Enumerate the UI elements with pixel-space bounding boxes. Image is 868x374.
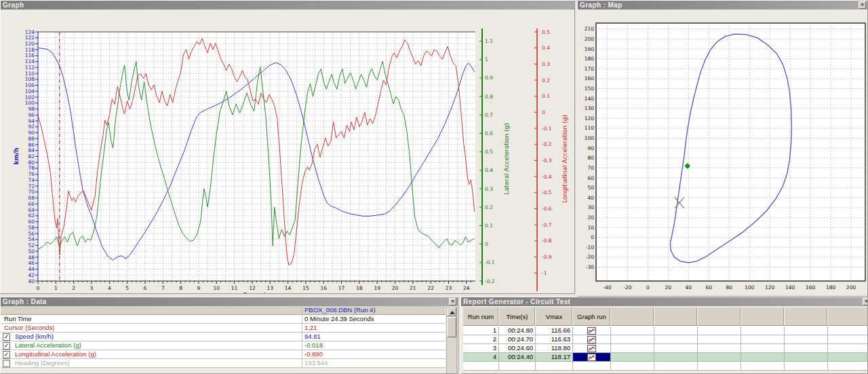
speed-tick-label: 80	[28, 160, 35, 166]
report-panel-titlebar[interactable]: Report Generator - Circuit Test	[461, 297, 867, 306]
checked-checkbox-icon[interactable]: ✓	[3, 351, 10, 358]
report-cell-empty[interactable]	[741, 362, 785, 371]
axis-tick-label: -0.2	[542, 141, 552, 147]
report-cell[interactable]	[741, 353, 785, 362]
graph-run-cell[interactable]	[573, 344, 611, 353]
axis-tick-label: 0.5	[542, 29, 550, 35]
x-tick-label: 15	[302, 285, 309, 291]
report-cell[interactable]: 116.63	[536, 335, 573, 344]
map-close-icon[interactable]	[859, 1, 866, 9]
graph-run-icon[interactable]	[587, 336, 596, 343]
report-panel-close-icon[interactable]	[863, 298, 868, 305]
data-panel-titlebar[interactable]: Graph : Data	[1, 297, 458, 306]
speed-tick-label: 64	[28, 207, 35, 213]
speed-tick-label: 60	[28, 219, 35, 225]
report-cell-empty[interactable]	[785, 362, 828, 371]
report-cell[interactable]	[611, 353, 654, 362]
graph-panel-titlebar[interactable]: Graph	[1, 1, 574, 10]
report-cell[interactable]	[785, 353, 828, 362]
map-y-tick-label: 10	[587, 225, 594, 231]
map-y-tick-label: 190	[585, 46, 595, 52]
report-cell[interactable]	[698, 344, 741, 353]
report-cell[interactable]	[654, 344, 698, 353]
run-file-header[interactable]: PBOX_008.DBN (Run 4)	[302, 306, 446, 314]
report-cell-empty[interactable]	[536, 362, 573, 371]
report-cell[interactable]: 1	[463, 326, 499, 335]
graph-run-icon[interactable]	[587, 354, 596, 361]
column-header-empty	[741, 307, 785, 326]
report-cell-empty[interactable]	[499, 362, 536, 371]
speed-acceleration-chart[interactable]: 4042444648505254565860626466687072747678…	[1, 10, 575, 294]
report-cell-empty[interactable]	[573, 362, 611, 371]
data-panel-close-icon[interactable]	[449, 298, 456, 305]
graph-run-cell[interactable]	[573, 335, 611, 344]
report-cell[interactable]: 2	[463, 335, 499, 344]
report-cell[interactable]: 118.80	[536, 344, 573, 353]
report-cell[interactable]	[698, 335, 741, 344]
report-cell[interactable]	[828, 326, 868, 335]
x-tick-label: 8	[179, 285, 182, 291]
report-cell[interactable]	[654, 353, 698, 362]
scrollbar-thumb[interactable]	[447, 317, 456, 337]
axis-title: Lateral Acceleration (g)	[503, 123, 510, 195]
map-x-tick-label: 160	[806, 284, 816, 291]
report-cell[interactable]	[654, 326, 698, 335]
map-y-tick-label: 150	[585, 86, 595, 92]
graph-run-icon[interactable]	[587, 345, 596, 352]
report-cell[interactable]	[698, 353, 741, 362]
report-cell[interactable]	[785, 326, 828, 335]
map-panel-titlebar[interactable]: Graph : Map	[578, 1, 867, 10]
graph-run-cell[interactable]	[573, 353, 611, 362]
graph-run-icon[interactable]	[587, 327, 596, 335]
map-y-tick-label: -30	[586, 264, 594, 270]
speed-tick-label: 86	[28, 142, 35, 148]
scroll-up-icon[interactable]	[447, 307, 456, 316]
channel-cell: Run Time	[1, 315, 302, 323]
speed-tick-label: 66	[28, 201, 35, 207]
report-cell[interactable]	[741, 344, 785, 353]
report-cell[interactable]	[741, 326, 785, 335]
track-map-chart[interactable]: -40-20020406080100120140160180200-30-20-…	[578, 10, 868, 297]
speed-tick-label: 110	[25, 71, 35, 77]
report-cell[interactable]	[828, 344, 868, 353]
axis-tick-label: 0.3	[485, 186, 493, 192]
report-cell[interactable]: 116.66	[536, 326, 573, 335]
report-cell[interactable]	[741, 335, 785, 344]
report-cell[interactable]	[611, 335, 654, 344]
report-cell[interactable]: 118.17	[536, 353, 573, 362]
channel-cell: ✓ Lateral Acceleration (g)	[1, 341, 302, 350]
report-cell[interactable]	[785, 335, 828, 344]
checked-checkbox-icon[interactable]: ✓	[3, 342, 10, 350]
report-cell-empty[interactable]	[828, 362, 868, 371]
map-y-tick-label: -10	[586, 244, 594, 250]
report-cell[interactable]: 00:24.70	[499, 335, 536, 344]
speed-tick-label: 58	[28, 225, 35, 231]
data-table-scrollbar[interactable]	[446, 307, 457, 374]
report-cell-empty[interactable]	[611, 362, 654, 371]
graph-run-cell[interactable]	[573, 326, 611, 335]
report-cell[interactable]: 00:24.40	[499, 353, 536, 362]
column-header-vmax: Vmax	[536, 307, 573, 326]
report-cell[interactable]: 00:24.60	[499, 344, 536, 353]
channel-cell: Heading (Degrees)	[1, 359, 302, 367]
report-cell[interactable]	[785, 344, 828, 353]
report-cell[interactable]	[611, 344, 654, 353]
report-cell[interactable]	[828, 353, 868, 362]
report-cell-empty[interactable]	[463, 362, 499, 371]
speed-tick-label: 52	[28, 242, 35, 248]
report-cell[interactable]	[611, 326, 654, 335]
map-plot-area[interactable]	[596, 23, 865, 281]
speed-tick-label: 114	[25, 58, 35, 64]
checked-checkbox-icon[interactable]: ✓	[3, 333, 10, 341]
report-cell-empty[interactable]	[698, 362, 741, 371]
report-cell[interactable]: 4	[463, 353, 499, 362]
unchecked-checkbox-icon[interactable]	[3, 360, 10, 367]
speed-tick-label: 76	[28, 171, 35, 177]
report-cell[interactable]	[698, 326, 741, 335]
report-cell[interactable]	[828, 335, 868, 344]
report-cell[interactable]: 3	[463, 344, 499, 353]
map-x-tick-label: -20	[623, 284, 631, 291]
report-cell[interactable]: 00:24.80	[499, 326, 536, 335]
report-cell[interactable]	[654, 335, 698, 344]
report-cell-empty[interactable]	[654, 362, 698, 371]
